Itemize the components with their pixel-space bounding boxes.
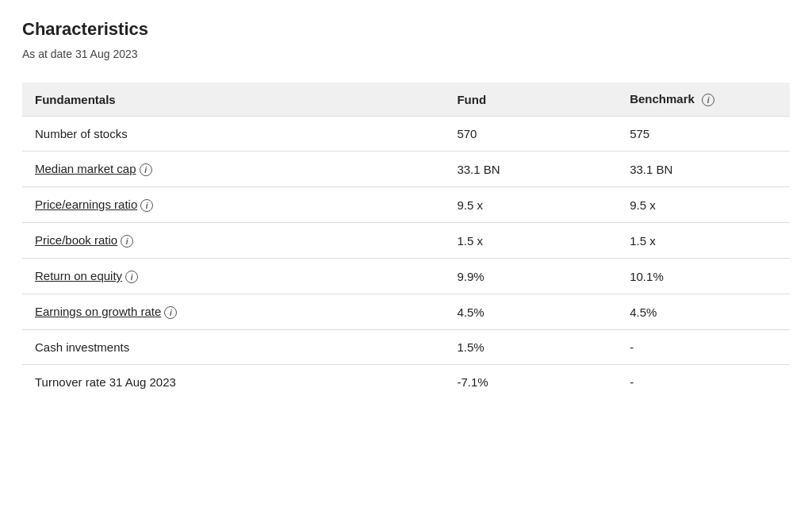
row-label: Turnover rate 31 Aug 2023 (22, 365, 444, 400)
benchmark-value: 4.5% (617, 294, 790, 330)
benchmark-value: 10.1% (617, 259, 790, 294)
row-label-link[interactable]: Median market cap (35, 162, 136, 175)
table-row: Earnings on growth ratei4.5%4.5% (22, 294, 790, 330)
characteristics-table: Fundamentals Fund Benchmark i Number of … (22, 83, 790, 399)
row-label: Price/book ratioi (22, 223, 444, 259)
as-at-date: As at date 31 Aug 2023 (22, 48, 790, 60)
row-label: Earnings on growth ratei (22, 294, 444, 330)
benchmark-value: 575 (617, 117, 790, 152)
col-header-benchmark: Benchmark i (617, 83, 790, 117)
table-row: Cash investments1.5%- (22, 330, 790, 365)
info-icon[interactable]: i (164, 306, 177, 319)
table-row: Turnover rate 31 Aug 2023-7.1%- (22, 365, 790, 400)
benchmark-info-icon[interactable]: i (702, 94, 714, 106)
table-row: Median market capi33.1 BN33.1 BN (22, 152, 790, 187)
row-label-link[interactable]: Price/book ratio (35, 233, 117, 247)
table-row: Price/book ratioi1.5 x1.5 x (22, 223, 790, 259)
fund-value: 1.5% (444, 330, 617, 365)
page-title: Characteristics (22, 19, 790, 40)
table-row: Return on equityi9.9%10.1% (22, 259, 790, 294)
row-label-link[interactable]: Return on equity (35, 269, 122, 282)
row-label: Return on equityi (22, 259, 444, 294)
fund-value: 9.5 x (444, 187, 617, 223)
benchmark-value: - (617, 365, 790, 400)
row-label: Price/earnings ratioi (22, 187, 444, 223)
row-label: Cash investments (22, 330, 444, 365)
fund-value: -7.1% (444, 365, 617, 400)
fund-value: 1.5 x (444, 223, 617, 259)
fund-value: 33.1 BN (444, 152, 617, 187)
fund-value: 4.5% (444, 294, 617, 330)
row-label: Median market capi (22, 152, 444, 187)
row-label-link[interactable]: Earnings on growth rate (35, 305, 161, 318)
info-icon[interactable]: i (140, 163, 152, 176)
benchmark-value: 9.5 x (617, 187, 790, 223)
fund-value: 570 (444, 117, 617, 152)
fund-value: 9.9% (444, 259, 617, 294)
table-row: Price/earnings ratioi9.5 x9.5 x (22, 187, 790, 223)
row-label-link[interactable]: Price/earnings ratio (35, 198, 137, 211)
row-label: Number of stocks (22, 117, 444, 152)
info-icon[interactable]: i (121, 235, 133, 248)
info-icon[interactable]: i (125, 271, 138, 283)
col-header-fund: Fund (444, 83, 617, 117)
benchmark-value: - (617, 330, 790, 365)
table-row: Number of stocks570575 (22, 117, 790, 152)
benchmark-value: 1.5 x (617, 223, 790, 259)
benchmark-value: 33.1 BN (617, 152, 790, 187)
col-header-fundamentals: Fundamentals (22, 83, 444, 117)
info-icon[interactable]: i (140, 199, 153, 212)
